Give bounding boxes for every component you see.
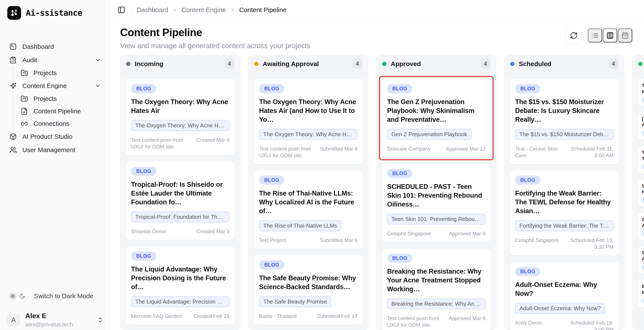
card-title: The Oxygen Theory: Why Acne Hates Air: [131, 98, 230, 115]
content-card[interactable]: BLOGBreaking the Resistance: Why Your Ac…: [382, 248, 491, 330]
user-menu[interactable]: A Alex E alex@privatus.tech: [6, 311, 104, 328]
card-project: Microsite FAQ Section: [131, 313, 189, 319]
card-title: SCHEDULED - PAST - Teen Skin 101: Preven…: [387, 183, 486, 209]
kanban-view-button[interactable]: [603, 29, 617, 42]
tag-row: Tropical-Proof: Foundation for Thai Humi…: [131, 207, 230, 223]
app-root: Ai-ssistance DashboardAuditProjectsConte…: [0, 0, 644, 330]
card-title: The Oxygen Theory: Why Acne Hates Air (a…: [259, 98, 358, 124]
card-footer: Cetaphil SingaporeScheduled Feb 13, 3:30…: [515, 237, 614, 250]
card-title: Fortifying the Weak Barrier: The TEWL De…: [515, 189, 614, 216]
chevron-down-icon: [94, 83, 101, 89]
card-project: Test content push from UXUI for GDM site: [259, 145, 315, 159]
card-footer: Skincare CompanyApproved Mar 12: [387, 145, 486, 152]
column-cards: BLOGThe Oxygen Theory: Why Acne Hates Ai…: [248, 73, 368, 330]
card-status: Submitted Mar 6: [320, 145, 358, 159]
card-project: Skincare Company: [387, 145, 442, 152]
kanban-column-5: TO InfBL[Te AsBLTC ThBLSC NeBLSC AnBLSC …: [632, 55, 644, 330]
content-card[interactable]: TC ThBL: [638, 146, 644, 173]
card-title: The Safe Beauty Promise: Why Science-Bac…: [259, 274, 358, 291]
breadcrumb-item-content-engine[interactable]: Content Engine: [182, 6, 226, 14]
content-card[interactable]: BLOGAdult-Onset Eczema: Why Now?Adult-On…: [510, 262, 619, 330]
sidebar-subitem-content-pipeline[interactable]: Content Pipeline: [18, 105, 104, 117]
content-card[interactable]: BLOGThe Oxygen Theory: Why Acne Hates Ai…: [254, 79, 363, 164]
content-card[interactable]: BLOGThe Rise of Thai-Native LLMs: Why Lo…: [254, 170, 363, 249]
status-dot: [126, 62, 130, 66]
sidebar-item-user-management[interactable]: User Management: [6, 143, 104, 156]
content-card[interactable]: Em InfBL: [638, 280, 644, 307]
content-card[interactable]: BLOGSCHEDULED - PAST - Teen Skin 101: Pr…: [382, 163, 491, 242]
breadcrumb-item-dashboard[interactable]: Dashboard: [136, 6, 168, 14]
content-card[interactable]: BLOGThe Oxygen Theory: Why Acne Hates Ai…: [126, 79, 235, 155]
card-title: Breaking the Resistance: Why Your Acne T…: [387, 267, 486, 294]
list-view-button[interactable]: [588, 29, 602, 42]
content-card[interactable]: BLOGThe Gen Z Prejuvenation Playbook: Wh…: [382, 79, 491, 157]
content-card[interactable]: TO InfBL: [638, 79, 644, 106]
page-title: Content Pipeline: [120, 26, 310, 39]
sidebar-collapse-icon[interactable]: [118, 6, 125, 14]
card-title: [Te As: [642, 116, 644, 128]
content-card[interactable]: SC AnBL: [638, 246, 644, 274]
card-project: Boots - Thailand: [259, 313, 312, 319]
column-header: Scheduled4: [504, 55, 624, 73]
sidebar-item-content-engine[interactable]: Content Engine: [6, 79, 104, 92]
content-type-badge: BLOG: [259, 176, 284, 185]
app-logo[interactable]: Ai-ssistance: [6, 6, 104, 20]
content-type-badge: BLOG: [259, 84, 284, 93]
content-card[interactable]: BLOGThe Safe Beauty Promise: Why Science…: [254, 255, 363, 325]
topic-tag: The Oxygen Theory: Why Acne Hates Air: [259, 129, 358, 140]
kanban-column-awaiting-approval: Awaiting Approval4BLOGThe Oxygen Theory:…: [248, 55, 368, 330]
topic-tag: Gen Z Prejuvenation Playbook: [387, 129, 472, 140]
content-card[interactable]: SC NeBL: [638, 179, 644, 207]
card-project: Test content push from UXUI for GDM site: [387, 315, 444, 328]
theme-toggle-switch[interactable]: [7, 290, 28, 302]
content-type-badge: BLOG: [515, 84, 540, 93]
content-card[interactable]: BLOGThe $15 vs. $150 Moisturizer Debate:…: [510, 79, 619, 164]
sidebar-subnav-content-engine: ProjectsContent PipelineConnections: [13, 92, 104, 130]
card-footer: Boots - ThailandSubmitted Feb 17: [259, 313, 358, 319]
card-title: SC Ne: [642, 183, 644, 195]
kanban-board: Incoming4BLOGThe Oxygen Theory: Why Acne…: [110, 54, 644, 330]
card-status: Approved Mar 12: [446, 145, 486, 152]
topic-tag: Adult-Onset Eczema: Why Now?: [515, 303, 605, 314]
sidebar: Ai-ssistance DashboardAuditProjectsConte…: [0, 0, 110, 330]
topbar: DashboardContent EngineContent Pipeline: [110, 0, 644, 20]
card-project: Andy Demo: [515, 319, 566, 330]
chevron-right-icon: [230, 7, 236, 13]
calendar-view-button[interactable]: [618, 29, 632, 42]
content-type-badge: BLOG: [387, 84, 412, 93]
kanban-column-incoming: Incoming4BLOGThe Oxygen Theory: Why Acne…: [120, 55, 240, 330]
content-type-badge: BL: [642, 97, 644, 103]
content-card[interactable]: BLOGTropical-Proof: Is Shiseido or Estée…: [126, 161, 235, 240]
card-status: Approved Mar 6: [449, 315, 486, 328]
sidebar-nav: DashboardAuditProjectsContent EngineProj…: [6, 40, 104, 156]
tag-row: Fortifying the Weak Barrier: The TEWL De…: [515, 216, 614, 232]
content-card[interactable]: [Te AsBL: [638, 112, 644, 140]
sidebar-item-dashboard[interactable]: Dashboard: [6, 40, 104, 53]
card-footer: Test content push from UXUI for GDM site…: [259, 145, 358, 159]
tag-row: The Safe Beauty Promise: [259, 291, 358, 308]
sidebar-item-ai-product-studio[interactable]: AI Product Studio: [6, 130, 104, 143]
refresh-button[interactable]: [566, 27, 582, 44]
content-card[interactable]: BLOGThe Liquid Advantage: Why Precision …: [126, 246, 235, 325]
sidebar-subitem-connections[interactable]: Connections: [18, 117, 104, 130]
sidebar-subitem-projects[interactable]: Projects: [18, 92, 104, 105]
sidebar-subitem-projects[interactable]: Projects: [18, 67, 104, 79]
content-type-badge: BLOG: [515, 176, 540, 185]
card-title: The Gen Z Prejuvenation Playbook: Why Sk…: [387, 98, 486, 124]
sidebar-item-audit[interactable]: Audit: [6, 53, 104, 67]
content-card[interactable]: SC AnBL: [638, 213, 644, 240]
users-icon: [10, 146, 17, 153]
theme-toggle[interactable]: Switch to Dark Mode: [6, 289, 104, 303]
sidebar-footer: Switch to Dark Mode A Alex E alex@privat…: [6, 289, 104, 328]
content-card[interactable]: BLOGFortifying the Weak Barrier: The TEW…: [510, 170, 619, 256]
clipboard-icon: [10, 56, 17, 64]
sidebar-item-label: Dashboard: [22, 43, 54, 50]
tag-row: Gen Z Prejuvenation Playbook: [387, 124, 486, 141]
topic-tag: The $15 vs. $150 Moisturizer Debate: [515, 129, 614, 140]
page-header-text: Content Pipeline View and manage all gen…: [120, 26, 310, 50]
refresh-icon: [570, 32, 578, 39]
column-count-badge: 4: [224, 59, 234, 69]
content-type-badge: BL: [642, 298, 644, 303]
chevron-right-icon: [172, 7, 178, 13]
column-cards: BLOGThe Gen Z Prejuvenation Playbook: Wh…: [376, 73, 496, 330]
